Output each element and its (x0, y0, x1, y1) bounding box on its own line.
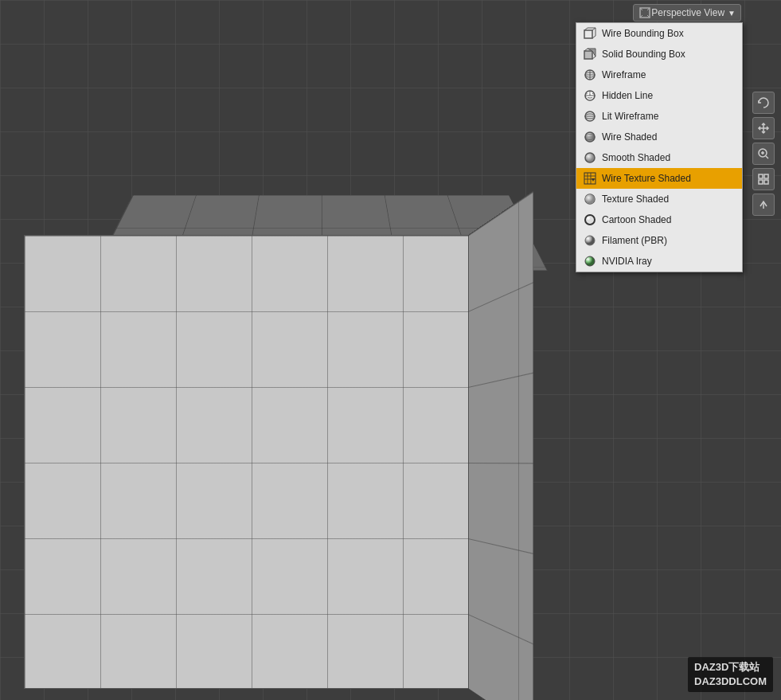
menu-item-cartoon-shaded[interactable]: Cartoon Shaded (576, 209, 742, 230)
cube-right-face (468, 190, 533, 700)
menu-label-wire-texture-shaded: Wire Texture Shaded (602, 173, 691, 184)
svg-rect-53 (764, 174, 768, 178)
watermark: DAZ3D下载站 DAZ3DDLCOM (688, 657, 773, 692)
menu-item-smooth-shaded[interactable]: Smooth Shaded (576, 147, 742, 168)
nvidia-iray-icon (583, 254, 597, 268)
menu-item-solid-bounding-box[interactable]: Solid Bounding Box (576, 44, 742, 65)
rotate-button[interactable] (752, 92, 775, 114)
perspective-icon (638, 6, 651, 19)
menu-item-wire-texture-shaded[interactable]: Wire Texture Shaded (576, 168, 742, 189)
lit-wireframe-icon (583, 109, 597, 123)
menu-label-solid-bounding-box: Solid Bounding Box (602, 49, 685, 60)
menu-label-hidden-line: Hidden Line (602, 90, 653, 101)
menu-label-cartoon-shaded: Cartoon Shaded (602, 214, 671, 225)
menu-item-wire-bounding-box[interactable]: Wire Bounding Box (576, 23, 742, 44)
menu-item-texture-shaded[interactable]: Texture Shaded (576, 189, 742, 209)
menu-label-nvidia-iray: NVIDIA Iray (602, 256, 652, 267)
svg-point-38 (585, 215, 595, 225)
svg-point-37 (585, 194, 595, 204)
viewport: Perspective View ▼ Wire Bounding Box (0, 0, 781, 700)
view-selector-button[interactable]: Perspective View ▼ (633, 4, 741, 22)
up-button[interactable] (752, 194, 775, 216)
svg-rect-55 (764, 180, 768, 184)
texture-shaded-icon (583, 192, 597, 206)
filament-pbr-icon (583, 233, 597, 248)
svg-point-41 (585, 256, 595, 266)
pan-button[interactable] (752, 117, 775, 139)
wireframe-icon (583, 68, 597, 82)
cube-front-face (24, 235, 478, 689)
watermark-line1: DAZ3D下载站 (694, 660, 767, 675)
wire-bounding-box-icon (583, 26, 597, 41)
menu-label-texture-shaded: Texture Shaded (602, 194, 669, 205)
menu-label-filament-pbr: Filament (PBR) (602, 235, 667, 246)
dropdown-arrow-icon: ▼ (728, 9, 736, 18)
wire-texture-shaded-icon (583, 171, 597, 186)
menu-label-wire-shaded: Wire Shaded (602, 131, 657, 143)
cartoon-shaded-icon (583, 213, 597, 227)
wire-shaded-icon (583, 130, 597, 144)
svg-point-30 (585, 153, 595, 162)
menu-label-lit-wireframe: Lit Wireframe (602, 111, 658, 122)
menu-label-smooth-shaded: Smooth Shaded (602, 152, 670, 163)
solid-bounding-box-icon (583, 47, 597, 61)
menu-item-wireframe[interactable]: Wireframe (576, 65, 742, 85)
menu-item-lit-wireframe[interactable]: Lit Wireframe (576, 106, 742, 127)
menu-item-wire-shaded[interactable]: Wire Shaded (576, 127, 742, 147)
menu-label-wireframe: Wireframe (602, 69, 646, 80)
svg-rect-11 (584, 51, 592, 59)
svg-rect-5 (584, 30, 592, 38)
watermark-line2: DAZ3DDLCOM (694, 675, 767, 689)
menu-item-nvidia-iray[interactable]: NVIDIA Iray (576, 251, 742, 272)
svg-rect-52 (759, 174, 763, 178)
hidden-line-icon (583, 88, 597, 103)
svg-point-39 (587, 217, 590, 220)
menu-item-hidden-line[interactable]: Hidden Line (576, 85, 742, 106)
svg-rect-54 (759, 180, 763, 184)
right-toolbar (752, 28, 775, 216)
smooth-shaded-icon (583, 151, 597, 165)
menu-label-wire-bounding-box: Wire Bounding Box (602, 28, 684, 39)
svg-line-49 (766, 156, 768, 158)
view-selector-label: Perspective View (651, 7, 724, 18)
view-mode-dropdown: Wire Bounding Box Solid Bounding Box (576, 22, 743, 272)
zoom-button[interactable] (752, 143, 775, 165)
frame-button[interactable] (752, 168, 775, 190)
svg-point-40 (585, 236, 595, 245)
cube-container (24, 111, 517, 637)
menu-item-filament-pbr[interactable]: Filament (PBR) (576, 230, 742, 251)
